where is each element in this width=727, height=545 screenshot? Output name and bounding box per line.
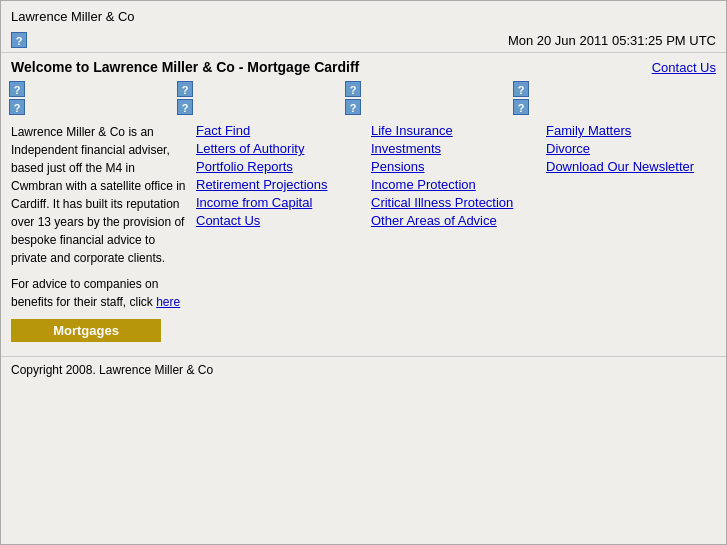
portfolio-reports-link[interactable]: Portfolio Reports	[196, 159, 361, 174]
benefits-text: For advice to companies on benefits for …	[11, 277, 158, 309]
col2-icon-2[interactable]: ?	[177, 99, 193, 115]
here-link[interactable]: here	[156, 295, 180, 309]
col3-icon-2[interactable]: ?	[345, 99, 361, 115]
col1-icon-2[interactable]: ?	[9, 99, 25, 115]
fact-find-link[interactable]: Fact Find	[196, 123, 361, 138]
site-title: Lawrence Miller & Co	[11, 9, 135, 24]
contact-us-col2-link[interactable]: Contact Us	[196, 213, 361, 228]
col4-icon-1[interactable]: ?	[513, 81, 529, 97]
retirement-projections-link[interactable]: Retirement Projections	[196, 177, 361, 192]
col2-links: Fact Find Letters of Authority Portfolio…	[196, 123, 361, 342]
download-newsletter-link[interactable]: Download Our Newsletter	[546, 159, 711, 174]
welcome-text: Welcome to Lawrence Miller & Co - Mortga…	[11, 59, 359, 75]
company-description: Lawrence Miller & Co is an Independent f…	[11, 123, 186, 267]
divorce-link[interactable]: Divorce	[546, 141, 711, 156]
description-column: Lawrence Miller & Co is an Independent f…	[11, 123, 186, 342]
investments-link[interactable]: Investments	[371, 141, 536, 156]
pensions-link[interactable]: Pensions	[371, 159, 536, 174]
col4-links: Family Matters Divorce Download Our News…	[546, 123, 711, 342]
col3-icon-1[interactable]: ?	[345, 81, 361, 97]
contact-us-header-link[interactable]: Contact Us	[652, 60, 716, 75]
col1-icon-1[interactable]: ?	[9, 81, 25, 97]
col2-icon-1[interactable]: ?	[177, 81, 193, 97]
letters-of-authority-link[interactable]: Letters of Authority	[196, 141, 361, 156]
family-matters-link[interactable]: Family Matters	[546, 123, 711, 138]
other-areas-link[interactable]: Other Areas of Advice	[371, 213, 536, 228]
col4-icon-2[interactable]: ?	[513, 99, 529, 115]
datetime: Mon 20 Jun 2011 05:31:25 PM UTC	[508, 33, 716, 48]
copyright-text: Copyright 2008. Lawrence Miller & Co	[11, 363, 213, 377]
income-protection-link[interactable]: Income Protection	[371, 177, 536, 192]
critical-illness-link[interactable]: Critical Illness Protection	[371, 195, 536, 210]
income-from-capital-link[interactable]: Income from Capital	[196, 195, 361, 210]
mortgages-button[interactable]: Mortgages	[11, 319, 161, 342]
col3-links: Life Insurance Investments Pensions Inco…	[371, 123, 536, 342]
life-insurance-link[interactable]: Life Insurance	[371, 123, 536, 138]
logo-icon[interactable]: ?	[11, 32, 27, 48]
